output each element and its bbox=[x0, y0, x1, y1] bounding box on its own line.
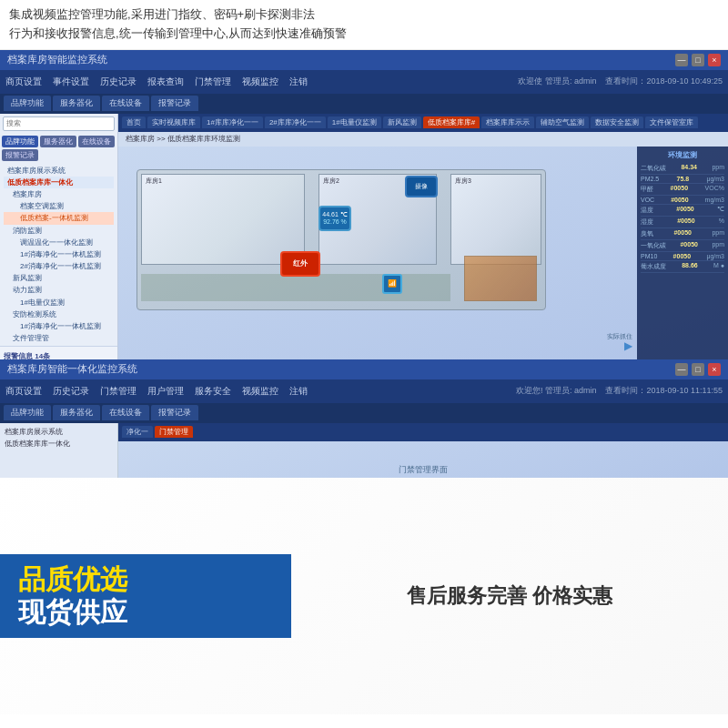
tab-functions[interactable]: 品牌功能 bbox=[4, 96, 51, 111]
bottom-window-controls[interactable]: — □ × bbox=[675, 363, 721, 376]
alert-header: 报警信息 14条 bbox=[4, 349, 114, 359]
sidebar-item-7[interactable]: 1#消毒净化一一体机监测 bbox=[4, 248, 114, 260]
env-formaldehyde-value: #0050 bbox=[671, 185, 688, 194]
tab-row: 品牌功能 服务器化 在线设备 报警记录 bbox=[0, 94, 728, 114]
sidebar-item-11[interactable]: 1#电量仪监测 bbox=[4, 297, 114, 308]
env-pm25-unit: μg/m3 bbox=[706, 176, 724, 182]
sub-tab-air[interactable]: 辅助空气监测 bbox=[536, 116, 589, 128]
floor-plan: 库房1 库房2 库房3 44.6 bbox=[136, 156, 555, 319]
sidebar-item-1[interactable]: 低质档案库库一体化 bbox=[4, 177, 114, 188]
env-co2-label: 二氧化碳 bbox=[641, 164, 666, 173]
bottom-tab-server[interactable]: 服务器化 bbox=[53, 405, 100, 420]
bottom-nav-user[interactable]: 用户管理 bbox=[147, 385, 184, 398]
search-input[interactable] bbox=[3, 116, 115, 131]
env-co2-unit: ppm bbox=[712, 164, 724, 173]
sensor-camera[interactable]: 摄像 bbox=[405, 176, 438, 197]
bottom-nav-video[interactable]: 视频监控 bbox=[242, 385, 278, 398]
window-controls[interactable]: — □ × bbox=[675, 54, 721, 66]
env-co-value: #0050 bbox=[680, 241, 697, 250]
sub-tab-2[interactable]: 2#库库净化一一 bbox=[265, 116, 326, 128]
promo-right-text: 售后服务完善 价格实惠 bbox=[407, 582, 612, 610]
env-pm10: PM10 #0050 μg/m3 bbox=[641, 252, 724, 261]
top-banner: 集成视频监控管理功能,采用进门指纹、密码+刷卡探测非法 行为和接收报警信息,统一… bbox=[0, 0, 728, 50]
nav-history[interactable]: 历史记录 bbox=[100, 76, 136, 88]
bottom-sidebar-item-2[interactable]: 低质档案库库一体化 bbox=[3, 438, 115, 450]
corridor bbox=[141, 274, 450, 301]
sidebar-item-6[interactable]: 调温温化一一体化监测 bbox=[4, 237, 114, 248]
sidebar-item-8[interactable]: 2#消毒净化一一体机监测 bbox=[4, 260, 114, 272]
sidebar-item-14[interactable]: 文件管理管 bbox=[4, 332, 114, 344]
sidebar-item-13[interactable]: 1#消毒净化一一体机监测 bbox=[4, 320, 114, 332]
sub-tab-file[interactable]: 文件保管室库 bbox=[645, 116, 698, 128]
nav-logout[interactable]: 注销 bbox=[289, 76, 308, 88]
close-button[interactable]: × bbox=[708, 54, 721, 66]
env-formaldehyde-unit: VOC% bbox=[705, 185, 724, 194]
sidebar-tab-alarm[interactable]: 报警记录 bbox=[2, 149, 38, 161]
sidebar-item-4[interactable]: 低质档案-一体机监测 bbox=[4, 212, 114, 224]
bottom-sidebar-item-1[interactable]: 档案库房展示系统 bbox=[3, 426, 115, 438]
sidebar-tab-server[interactable]: 服务器化 bbox=[40, 136, 76, 147]
env-temp-value: #0050 bbox=[676, 206, 693, 215]
sub-tab-security[interactable]: 数据安全监测 bbox=[591, 116, 643, 128]
sensor-infrared-label: 红外 bbox=[293, 258, 308, 268]
sensor-infrared[interactable]: 红外 bbox=[280, 251, 320, 277]
sub-tab-home[interactable]: 首页 bbox=[122, 116, 146, 128]
sidebar-item-10[interactable]: 动力监测 bbox=[4, 284, 114, 296]
bottom-minimize-button[interactable]: — bbox=[675, 363, 688, 376]
sub-tab-demo[interactable]: 档案库库示示 bbox=[481, 116, 534, 128]
sidebar-item-2[interactable]: 档案库房 bbox=[4, 188, 114, 200]
bottom-nav-door[interactable]: 门禁管理 bbox=[100, 385, 136, 398]
sub-tab-elec[interactable]: 1#电量仪监测 bbox=[328, 116, 381, 128]
staircase bbox=[464, 256, 537, 301]
banner-line2: 行为和接收报警信息,统一传输到管理中心,从而达到快速准确预警 bbox=[9, 25, 719, 44]
tab-alarm[interactable]: 报警记录 bbox=[151, 96, 198, 111]
bottom-nav-logout[interactable]: 注销 bbox=[289, 385, 308, 398]
nav-reports[interactable]: 报表查询 bbox=[147, 76, 184, 88]
main-content-area: 品牌功能 服务器化 在线设备 报警记录 档案库房展示系统 低质档案库库一体化 档… bbox=[0, 114, 728, 359]
env-humidity: 湿度 #0050 % bbox=[641, 217, 724, 228]
sensor-network[interactable]: 📶 bbox=[382, 274, 402, 294]
nav-video[interactable]: 视频监控 bbox=[242, 76, 278, 88]
bottom-nav-history[interactable]: 历史记录 bbox=[53, 385, 89, 398]
nav-door[interactable]: 门禁管理 bbox=[195, 76, 231, 88]
sub-tab-video[interactable]: 实时视频库库 bbox=[147, 116, 200, 128]
sub-tab-1[interactable]: 1#库库净化一一 bbox=[202, 116, 263, 128]
bottom-tab-online[interactable]: 在线设备 bbox=[102, 405, 149, 420]
env-voc-label: VOC bbox=[641, 197, 654, 203]
software-top: 档案库房智能监控系统 — □ × 商页设置 事件设置 历史记录 报表查询 门禁管… bbox=[0, 50, 728, 359]
sub-tab-low[interactable]: 低质档案库库# bbox=[423, 116, 480, 128]
window-title: 档案库房智能监控系统 bbox=[7, 53, 675, 66]
sidebar-item-9[interactable]: 新风监测 bbox=[4, 272, 114, 284]
bottom-maximize-button[interactable]: □ bbox=[692, 363, 704, 376]
env-co2: 二氧化碳 84.34 ppm bbox=[641, 163, 724, 175]
maximize-button[interactable]: □ bbox=[692, 54, 704, 66]
sidebar-tab-online[interactable]: 在线设备 bbox=[78, 136, 115, 147]
bottom-nav-settings[interactable]: 商页设置 bbox=[5, 385, 42, 398]
bottom-close-button[interactable]: × bbox=[708, 363, 721, 376]
minimize-button[interactable]: — bbox=[675, 54, 688, 66]
room-middle-label: 库房2 bbox=[323, 177, 339, 186]
bottom-tab-alarm[interactable]: 报警记录 bbox=[151, 405, 198, 420]
bottom-subtab-row: 净化一 门禁管理 bbox=[118, 423, 728, 441]
bottom-subtab-door[interactable]: 门禁管理 bbox=[155, 426, 193, 438]
nav-settings[interactable]: 商页设置 bbox=[5, 76, 42, 88]
bottom-main-area: 净化一 门禁管理 门禁管理界面 bbox=[118, 423, 728, 478]
bottom-subtab-purify[interactable]: 净化一 bbox=[122, 426, 153, 438]
env-temp: 温度 #0050 ℃ bbox=[641, 205, 724, 217]
sensor-temp-humidity[interactable]: 44.61 ℃ 92.76 % bbox=[318, 206, 351, 231]
sub-tab-wind[interactable]: 新风监测 bbox=[383, 116, 421, 128]
sidebar-item-12[interactable]: 安防检测系统 bbox=[4, 308, 114, 320]
env-voc-value: #0050 bbox=[671, 197, 688, 203]
sidebar-item-5[interactable]: 消防监测 bbox=[4, 225, 114, 237]
bottom-tab-func[interactable]: 品牌功能 bbox=[4, 405, 51, 420]
sidebar-item-3[interactable]: 档案空调监测 bbox=[4, 200, 114, 212]
nav-events[interactable]: 事件设置 bbox=[53, 76, 89, 88]
bottom-nav-service[interactable]: 服务安全 bbox=[195, 385, 231, 398]
env-panel-title: 环境监测 bbox=[641, 150, 724, 160]
sidebar-item-0[interactable]: 档案库房展示系统 bbox=[4, 165, 114, 177]
expand-arrow[interactable]: ▶ bbox=[624, 339, 632, 352]
sidebar-tab-main[interactable]: 品牌功能 bbox=[2, 136, 38, 147]
env-formaldehyde-label: 甲醛 bbox=[641, 185, 653, 194]
tab-server[interactable]: 服务器化 bbox=[53, 96, 100, 111]
tab-online[interactable]: 在线设备 bbox=[102, 96, 149, 111]
